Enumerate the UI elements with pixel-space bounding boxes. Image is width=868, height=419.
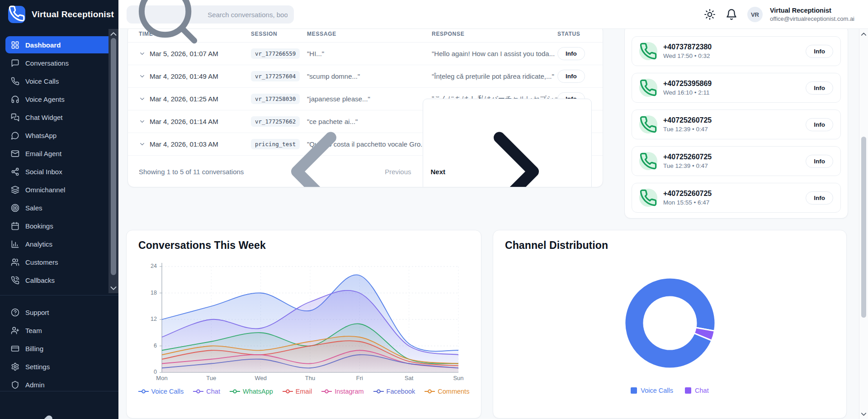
avatar[interactable]: VR <box>747 7 763 22</box>
row-time: Mar 4, 2026, 01:25 AM <box>150 95 218 103</box>
sidebar-item-voice-calls[interactable]: Voice Calls <box>5 72 113 90</box>
sidebar-nav-main: DashboardConversationsVoice CallsVoice A… <box>0 29 118 289</box>
scroll-up-icon[interactable] <box>859 30 868 38</box>
legend-item-email[interactable]: Email <box>283 388 312 395</box>
sidebar-item-sales[interactable]: Sales <box>5 199 113 216</box>
row-response: "Hello again! How can I assist you toda.… <box>432 50 557 57</box>
chevron-down-icon[interactable] <box>139 73 146 80</box>
svg-text:Tue: Tue <box>206 375 216 381</box>
legend-item-facebook[interactable]: Facebook <box>373 388 415 395</box>
sidebar: Virtual Receptionist DashboardConversati… <box>0 0 118 419</box>
sidebar-item-dashboard[interactable]: Dashboard <box>5 36 113 53</box>
legend-item-voice-calls[interactable]: Voice Calls <box>631 387 673 394</box>
table-footer: Showing 1 to 5 of 11 conversations Previ… <box>128 156 603 187</box>
sidebar-scrollbar[interactable] <box>108 29 118 293</box>
sidebar-item-callbacks[interactable]: Callbacks <box>5 271 113 289</box>
sidebar-scrollbar-thumb[interactable] <box>111 38 116 275</box>
scroll-up-icon[interactable] <box>108 30 118 38</box>
info-button[interactable]: Info <box>806 118 833 131</box>
sidebar-item-chat-widget[interactable]: Chat Widget <box>5 109 113 126</box>
call-list-item[interactable]: +40737872380Wed 17:50 • 0:32Info <box>632 36 841 66</box>
sidebar-item-team[interactable]: Team <box>5 322 113 339</box>
sidebar-item-social-inbox[interactable]: Social Inbox <box>5 163 113 180</box>
call-list-item[interactable]: +40725260725Mon 15:55 • 6:47Info <box>632 183 841 213</box>
legend-marker-icon <box>321 389 332 394</box>
dashboard-icon <box>11 41 19 49</box>
call-text: +40737872380Wed 17:50 • 0:32 <box>663 43 712 59</box>
row-time-cell: Mar 5, 2026, 01:07 AM <box>139 50 251 57</box>
info-button[interactable]: Info <box>806 155 833 168</box>
row-time: Mar 5, 2026, 01:07 AM <box>150 50 218 57</box>
info-button[interactable]: Info <box>806 45 833 58</box>
legend-item-chat[interactable]: Chat <box>193 388 220 395</box>
legend-label: Chat <box>206 388 220 395</box>
col-response: RESPONSE <box>432 31 557 37</box>
user-plus-icon <box>11 326 19 335</box>
info-button[interactable]: Info <box>806 191 833 205</box>
search-input[interactable] <box>208 11 288 19</box>
info-button[interactable]: Info <box>557 47 585 60</box>
sidebar-item-analytics[interactable]: Analytics <box>5 235 113 252</box>
scroll-down-icon[interactable] <box>859 410 868 418</box>
svg-text:Sat: Sat <box>405 375 414 381</box>
chevron-left-icon <box>246 104 382 187</box>
phone-icon <box>639 42 657 60</box>
legend-label: Voice Calls <box>641 387 673 394</box>
sidebar-item-support[interactable]: Support <box>5 304 113 321</box>
sidebar-item-conversations[interactable]: Conversations <box>5 54 113 71</box>
chevron-down-icon[interactable] <box>139 141 146 148</box>
previous-button[interactable]: Previous <box>246 104 411 187</box>
theme-toggle-button[interactable] <box>704 9 716 20</box>
legend-item-comments[interactable]: Comments <box>425 388 469 395</box>
chevron-down-icon[interactable] <box>139 95 146 102</box>
legend-item-voice-calls[interactable]: Voice Calls <box>138 388 184 395</box>
phone-icon <box>639 115 657 133</box>
legend-item-chat[interactable]: Chat <box>685 387 709 394</box>
sidebar-item-label: Customers <box>25 258 58 266</box>
chevron-down-icon[interactable] <box>139 118 146 125</box>
sidebar-item-customers[interactable]: Customers <box>5 253 113 271</box>
app-logo: Virtual Receptionist <box>0 0 118 29</box>
sidebar-item-voice-agents[interactable]: Voice Agents <box>5 90 113 108</box>
call-list-item[interactable]: +40725395869Wed 16:10 • 2:11Info <box>632 73 841 103</box>
collapse-button[interactable]: Collapse <box>0 399 108 419</box>
next-button[interactable]: Next <box>423 99 592 187</box>
row-status-cell: Info <box>557 70 592 83</box>
sidebar-item-settings[interactable]: Settings <box>5 358 113 375</box>
chevron-down-icon[interactable] <box>139 50 146 57</box>
info-button[interactable]: Info <box>557 70 585 83</box>
info-button[interactable]: Info <box>806 81 833 95</box>
col-status: STATUS <box>557 31 592 37</box>
call-meta: Mon 15:55 • 6:47 <box>663 199 712 206</box>
row-time-cell: Mar 4, 2026, 01:49 AM <box>139 72 251 80</box>
legend-label: Comments <box>438 388 469 395</box>
legend-item-instagram[interactable]: Instagram <box>321 388 363 395</box>
row-session-cell: vr_177257604 <box>251 71 307 81</box>
sidebar-item-bookings[interactable]: Bookings <box>5 217 113 234</box>
sidebar-item-label: Conversations <box>25 59 69 67</box>
legend-marker-icon <box>373 389 384 394</box>
user-name: Virtual Receptionist <box>770 7 854 14</box>
page-scrollbar[interactable] <box>859 29 868 419</box>
table-row[interactable]: Mar 4, 2026, 01:49 AMvr_177257604"scump … <box>128 65 603 88</box>
scroll-down-icon[interactable] <box>108 284 118 292</box>
call-number: +40725260725 <box>663 153 712 161</box>
sidebar-item-omnichannel[interactable]: Omnichannel <box>5 181 113 198</box>
pagination-summary: Showing 1 to 5 of 11 conversations <box>139 168 244 176</box>
message-square-icon <box>11 59 19 67</box>
legend-item-whatsapp[interactable]: WhatsApp <box>230 388 273 395</box>
search-box <box>127 5 294 24</box>
sidebar-item-email-agent[interactable]: Email Agent <box>5 145 113 162</box>
call-list-item[interactable]: +40725260725Tue 12:39 • 0:47Info <box>632 146 841 176</box>
sidebar-item-label: Dashboard <box>25 41 61 49</box>
row-status-cell: Info <box>557 47 592 60</box>
notifications-button[interactable] <box>726 9 737 20</box>
page-scrollbar-thumb[interactable] <box>861 137 866 318</box>
sidebar-item-whatsapp[interactable]: WhatsApp <box>5 127 113 144</box>
user-email: office@virtualreceptionist.com.ai <box>770 15 854 23</box>
call-list-item[interactable]: +40725260725Tue 12:39 • 0:47Info <box>632 110 841 139</box>
sidebar-item-billing[interactable]: Billing <box>5 340 113 357</box>
sidebar-item-label: Analytics <box>25 240 52 248</box>
call-number: +40725260725 <box>663 190 712 198</box>
row-time-cell: Mar 4, 2026, 01:25 AM <box>139 95 251 103</box>
